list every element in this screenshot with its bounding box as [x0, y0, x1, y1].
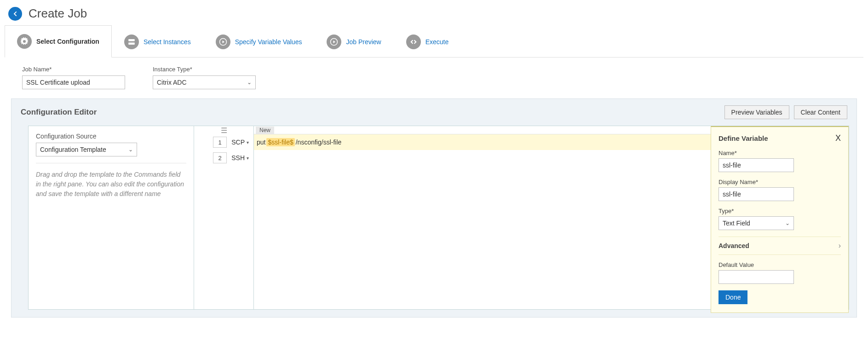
chevron-down-icon: ⌄ — [247, 79, 252, 86]
define-variable-panel: Define Variable X Name* Display Name* Ty… — [711, 126, 849, 313]
chevron-down-icon: ▾ — [247, 156, 249, 161]
play-circle-icon — [216, 35, 230, 49]
variable-token[interactable]: $ssl-file$ — [266, 138, 294, 146]
chevron-down-icon: ⌄ — [128, 146, 133, 153]
line-number: 1 — [213, 137, 227, 148]
protocol-select[interactable]: SCP ▾ — [231, 139, 249, 146]
job-name-input[interactable] — [22, 75, 125, 89]
advanced-toggle[interactable]: Advanced › — [719, 237, 841, 255]
gear-icon — [17, 34, 32, 49]
var-type-label: Type* — [719, 208, 841, 214]
var-name-label: Name* — [719, 150, 841, 156]
step-label: Select Instances — [144, 38, 191, 46]
svg-rect-0 — [128, 39, 135, 41]
chevron-right-icon: › — [839, 242, 841, 250]
arrow-left-icon — [11, 10, 19, 17]
hamburger-icon[interactable]: ☰ — [194, 126, 253, 134]
editor-line-header: 2 SSH ▾ — [194, 150, 253, 166]
page-title: Create Job — [29, 6, 87, 21]
step-job-preview[interactable]: Job Preview — [314, 25, 393, 58]
step-label: Job Preview — [346, 38, 381, 46]
chevron-down-icon: ▾ — [247, 140, 249, 145]
line-number: 2 — [213, 152, 227, 163]
config-source-label: Configuration Source — [36, 133, 186, 140]
play-circle-icon — [327, 35, 341, 49]
step-label: Execute — [425, 38, 449, 46]
config-source-value: Configuration Template — [40, 146, 106, 153]
step-label: Specify Variable Values — [235, 38, 302, 46]
var-type-select[interactable]: Text Field ⌄ — [719, 216, 794, 230]
config-source-select[interactable]: Configuration Template ⌄ — [36, 143, 137, 156]
var-default-label: Default Value — [719, 261, 841, 268]
protocol-select[interactable]: SSH ▾ — [231, 154, 249, 162]
chevron-down-icon: ⌄ — [785, 220, 790, 226]
editor-line-header: 1 SCP ▾ — [194, 134, 253, 150]
step-select-instances[interactable]: Select Instances — [112, 25, 203, 58]
step-label: Select Configuration — [36, 38, 99, 45]
done-button[interactable]: Done — [719, 290, 747, 304]
config-source-help: Drag and drop the template to the Comman… — [36, 170, 186, 199]
instances-icon — [124, 35, 139, 49]
var-display-input[interactable] — [719, 187, 794, 201]
close-icon[interactable]: X — [835, 133, 841, 143]
editor-title: Configuration Editor — [21, 108, 97, 117]
popover-title: Define Variable — [719, 134, 768, 142]
step-execute[interactable]: Execute — [394, 25, 461, 58]
clear-content-button[interactable]: Clear Content — [794, 105, 847, 119]
svg-rect-1 — [128, 42, 135, 45]
instance-type-label: Instance Type* — [153, 66, 256, 73]
editor-tab-new[interactable]: New — [256, 127, 274, 134]
step-specify-variables[interactable]: Specify Variable Values — [203, 25, 315, 58]
job-name-label: Job Name* — [22, 66, 125, 73]
var-display-label: Display Name* — [719, 179, 841, 185]
step-select-configuration[interactable]: Select Configuration — [5, 25, 112, 58]
var-name-input[interactable] — [719, 158, 794, 172]
back-button[interactable] — [8, 7, 22, 21]
instance-type-value: Citrix ADC — [157, 79, 187, 86]
wizard-steps: Select Configuration Select Instances Sp… — [0, 25, 868, 58]
configuration-editor: Configuration Editor Preview Variables C… — [11, 98, 857, 318]
var-default-input[interactable] — [719, 270, 794, 284]
preview-variables-button[interactable]: Preview Variables — [724, 105, 789, 119]
code-icon — [406, 35, 421, 49]
instance-type-select[interactable]: Citrix ADC ⌄ — [153, 75, 256, 89]
